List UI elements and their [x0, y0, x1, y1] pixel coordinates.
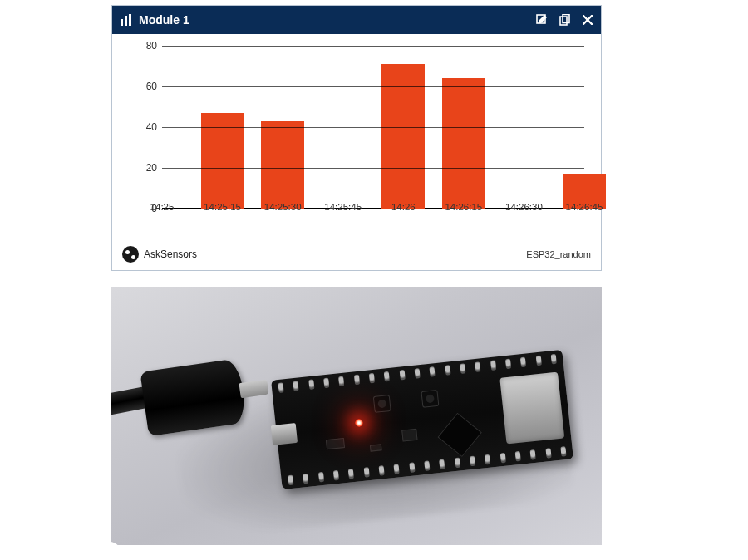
x-tick-label: 14:26:30 [505, 202, 543, 212]
svg-rect-0 [121, 19, 123, 26]
bar-chart-icon [121, 14, 134, 26]
svg-rect-4 [560, 17, 567, 25]
x-axis-labels: 14:2514:25:1514:25:3014:25:4514:2614:26:… [162, 202, 584, 215]
board-button [421, 390, 439, 408]
chart-header: Module 1 [112, 6, 601, 34]
board-button [373, 395, 391, 413]
asksensors-logo-icon [122, 246, 139, 263]
svg-rect-1 [125, 16, 127, 26]
gridline [162, 46, 584, 47]
smd-component [401, 429, 417, 442]
x-tick-label: 14:26:45 [566, 202, 603, 212]
chart-widget: Module 1 [111, 5, 602, 271]
corner-mask [623, 541, 642, 560]
chart-title-wrap: Module 1 [121, 13, 536, 27]
y-tick-label: 60 [135, 81, 157, 92]
x-tick-label: 14:26:15 [445, 202, 482, 212]
gridline [162, 127, 584, 128]
smd-component [370, 444, 382, 451]
x-tick-label: 14:26 [391, 202, 416, 212]
x-tick-label: 14:25:45 [324, 202, 362, 212]
y-tick-label: 20 [135, 162, 157, 174]
chart-body: 020406080 14:2514:25:1514:25:3014:25:451… [112, 34, 601, 238]
y-tick-label: 80 [135, 40, 157, 52]
chart-actions [536, 14, 593, 26]
svg-rect-5 [563, 15, 569, 23]
edit-icon[interactable] [536, 14, 548, 26]
chart-bar [442, 78, 485, 209]
chart-footer: AskSensors ESP32_random [112, 238, 601, 270]
brand-label: AskSensors [144, 248, 197, 260]
x-tick-label: 14:25 [150, 202, 175, 212]
y-tick-label: 40 [135, 121, 157, 133]
chart-bar [261, 121, 304, 209]
x-tick-label: 14:25:30 [264, 202, 302, 212]
smd-component [326, 438, 345, 449]
stage: Module 1 [106, 0, 642, 560]
copy-icon[interactable] [559, 14, 571, 26]
gridline [162, 168, 584, 169]
rf-shield [499, 372, 564, 445]
brand: AskSensors [122, 246, 526, 263]
micro-usb-port [271, 423, 298, 445]
device-label: ESP32_random [526, 249, 591, 259]
chart-plot: 020406080 [162, 46, 584, 209]
x-tick-label: 14:25:15 [204, 202, 241, 212]
board-photo [111, 287, 602, 545]
chart-title: Module 1 [139, 13, 189, 27]
svg-rect-2 [129, 14, 131, 26]
gridline [162, 86, 584, 87]
close-icon[interactable] [583, 15, 593, 25]
